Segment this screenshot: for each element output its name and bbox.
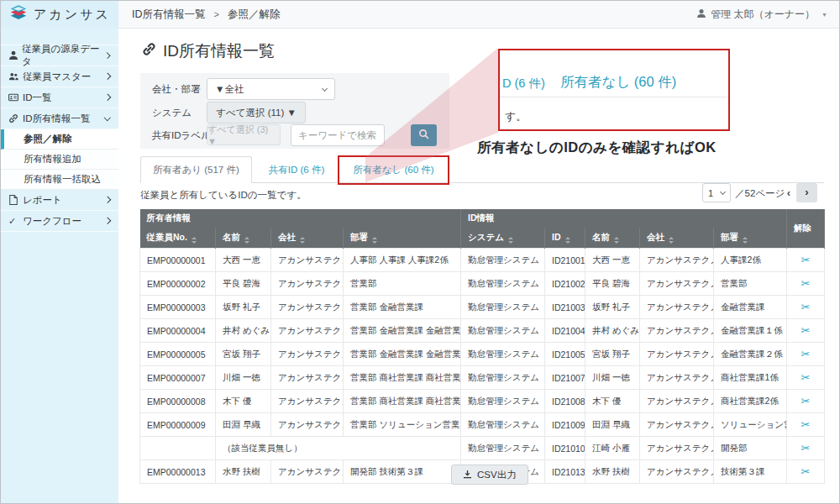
table-row: EMP00000008木下 優アカンサステクノ営業部 商社営業課 商社営業課2係… bbox=[140, 390, 825, 413]
breadcrumb-current: 参照／解除 bbox=[228, 8, 281, 22]
chevron-down-icon bbox=[322, 85, 328, 91]
table-cell: ✂ bbox=[787, 249, 825, 272]
table-cell: 水野 扶樹 bbox=[216, 460, 271, 484]
sidebar-item-workflow[interactable]: ✓ ワークフロー bbox=[1, 211, 118, 232]
user-label: 管理 太郎（オーナー） bbox=[711, 8, 815, 22]
table-cell bbox=[140, 437, 216, 460]
sort-icon[interactable] bbox=[614, 237, 619, 244]
annotation-zoom-box: D (6 件) 所有者なし (60 件) す。 bbox=[498, 49, 730, 131]
group-release: 解除 bbox=[787, 209, 825, 249]
table-cell: 営業部 金融営業課 金融営業課１係 bbox=[344, 319, 461, 343]
sort-icon[interactable] bbox=[743, 237, 748, 244]
column-header[interactable]: 名前 bbox=[585, 228, 640, 249]
table-cell: ✂ bbox=[787, 390, 825, 413]
table-cell: ✂ bbox=[787, 460, 825, 484]
table-cell: ID21008 bbox=[545, 390, 585, 413]
sort-icon[interactable] bbox=[565, 237, 570, 244]
sidebar-subitem-label: 参照／解除 bbox=[24, 133, 72, 145]
company-select[interactable]: ▼全社 bbox=[207, 78, 335, 100]
table-cell: 金融営業課１係 bbox=[714, 319, 787, 343]
tab-no-owner[interactable]: 所有者なし (60 件) bbox=[341, 157, 445, 182]
table-cell: ID21001 bbox=[545, 249, 585, 272]
unlink-scissors-icon[interactable]: ✂ bbox=[801, 371, 811, 384]
table-row: EMP00000005宮坂 翔子アカンサステクノ営業部 金融営業課 金融営業課２… bbox=[140, 343, 825, 366]
caret-down-icon: ▼ bbox=[822, 12, 827, 18]
column-header[interactable]: 部署 bbox=[344, 228, 461, 249]
keyword-search-input[interactable] bbox=[291, 124, 385, 146]
unlink-scissors-icon[interactable]: ✂ bbox=[801, 395, 811, 407]
sidebar-subitem-view-release[interactable]: 参照／解除 bbox=[1, 129, 118, 150]
table-cell: ID21010 bbox=[545, 437, 585, 460]
column-header[interactable]: 部署 bbox=[714, 228, 787, 249]
sidebar-subitem-add-ownership[interactable]: 所有情報追加 bbox=[1, 150, 118, 170]
table-cell: EMP00000007 bbox=[140, 366, 216, 390]
unlink-scissors-icon[interactable]: ✂ bbox=[801, 301, 811, 313]
table-cell: 人事課2係 bbox=[714, 249, 787, 272]
sidebar-item-label: 従業員の源泉データ bbox=[22, 43, 105, 68]
id-card-icon bbox=[8, 92, 23, 102]
sort-icon[interactable] bbox=[372, 237, 377, 244]
list-description: 従業員と所有しているIDの一覧です。 bbox=[140, 189, 307, 202]
table-row: EMP00000003坂野 礼子アカンサステクノ営業部 金融営業課勤怠管理システ… bbox=[140, 296, 825, 319]
tab-with-owner[interactable]: 所有者あり (517 件) bbox=[140, 156, 252, 183]
tab-shared-id[interactable]: 共有ID (6 件) bbox=[257, 157, 336, 182]
prev-page-button[interactable]: ‹ bbox=[782, 184, 795, 202]
table-cell: 江崎 小雁 bbox=[585, 437, 640, 460]
table-cell: EMP00000004 bbox=[140, 319, 216, 343]
app-logo[interactable]: アカンサス bbox=[1, 1, 118, 29]
tab-bar: 所有者あり (517 件) 共有ID (6 件) 所有者なし (60 件) bbox=[140, 157, 824, 183]
table-cell: 商社営業課1係 bbox=[714, 366, 787, 390]
search-icon bbox=[418, 129, 429, 142]
breadcrumb-parent[interactable]: ID所有情報一覧 bbox=[132, 8, 206, 22]
table-cell: 営業部 bbox=[714, 272, 787, 296]
sort-icon[interactable] bbox=[244, 237, 249, 244]
system-select-button[interactable]: すべて選択 (11) ▼ bbox=[207, 102, 306, 123]
column-header[interactable]: システム bbox=[461, 228, 545, 249]
sidebar-item-label: 従業員マスター bbox=[23, 71, 91, 83]
column-header[interactable]: 名前 bbox=[216, 228, 271, 249]
chevron-right-icon bbox=[103, 94, 110, 101]
unlink-scissors-icon[interactable]: ✂ bbox=[801, 277, 811, 290]
next-page-button[interactable]: › bbox=[796, 183, 817, 202]
csv-export-button[interactable]: CSV出力 bbox=[451, 465, 528, 485]
table-cell: アカンサステクノ bbox=[640, 437, 714, 460]
sidebar-item-id-list[interactable]: ID一覧 bbox=[1, 87, 118, 108]
sort-icon[interactable] bbox=[508, 237, 513, 244]
table-cell: ID21013 bbox=[545, 460, 585, 484]
sort-icon[interactable] bbox=[300, 237, 305, 244]
column-header[interactable]: 会社 bbox=[640, 228, 714, 249]
unlink-scissors-icon[interactable]: ✂ bbox=[801, 442, 811, 454]
table-cell: ソリューション営業 bbox=[714, 413, 787, 437]
filter-panel: 会社・部署 ▼全社 システム すべて選択 (11) ▼ 共有IDラベル すべて選… bbox=[140, 73, 449, 149]
table-cell: 技術第３課 bbox=[714, 460, 787, 484]
column-header[interactable]: ID bbox=[545, 228, 585, 249]
sidebar-item-employee-master[interactable]: 従業員マスター bbox=[1, 66, 118, 87]
unlink-scissors-icon[interactable]: ✂ bbox=[801, 348, 811, 360]
sort-icon[interactable] bbox=[669, 237, 674, 244]
user-menu[interactable]: 管理 太郎（オーナー） ▼ bbox=[696, 8, 827, 22]
table-cell: 勤怠管理システム bbox=[461, 249, 545, 272]
chevron-down-icon bbox=[103, 114, 110, 121]
table-cell: アカンサステクノ bbox=[640, 272, 714, 296]
sidebar-item-employee-source[interactable]: 従業員の源泉データ bbox=[1, 45, 118, 66]
sidebar-item-id-ownership[interactable]: ID所有情報一覧 bbox=[1, 108, 118, 129]
table-cell: ✂ bbox=[787, 296, 825, 319]
sidebar-subitem-bulk-import[interactable]: 所有情報一括取込 bbox=[1, 170, 118, 190]
unlink-scissors-icon[interactable]: ✂ bbox=[801, 418, 811, 431]
sidebar-item-report[interactable]: レポート bbox=[1, 190, 118, 211]
column-header[interactable]: 会社 bbox=[271, 228, 344, 249]
table-cell: ID21003 bbox=[545, 296, 585, 319]
unlink-scissors-icon[interactable]: ✂ bbox=[801, 465, 811, 478]
table-cell: 勤怠管理システム bbox=[461, 272, 545, 296]
link-icon bbox=[8, 113, 23, 123]
table-cell: 水野 扶樹 bbox=[585, 460, 640, 484]
table-cell: アカンサステクノ bbox=[271, 460, 344, 484]
page-select[interactable]: 1 bbox=[702, 183, 731, 202]
unlink-scissors-icon[interactable]: ✂ bbox=[801, 324, 811, 337]
search-button[interactable] bbox=[411, 124, 437, 146]
group-id-info: ID情報 bbox=[461, 209, 787, 228]
table-cell: 金融営業課２係 bbox=[714, 343, 787, 366]
unlink-scissors-icon[interactable]: ✂ bbox=[801, 254, 811, 266]
column-header[interactable]: 従業員No. bbox=[140, 228, 216, 249]
sort-icon[interactable] bbox=[192, 237, 197, 244]
